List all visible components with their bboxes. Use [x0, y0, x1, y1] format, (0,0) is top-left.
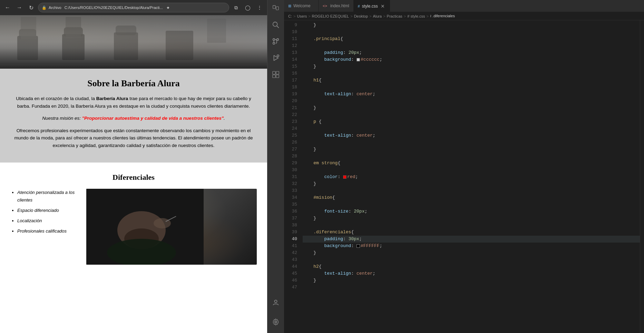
vscode-main: ⊞ Welcome <> index.html # style.css ✕ C:…	[284, 0, 644, 333]
activity-extensions-icon[interactable]	[267, 66, 284, 83]
breadcrumb-stylecss[interactable]: # style.css	[407, 14, 425, 18]
line-num-16: 16	[284, 70, 297, 77]
breadcrumb-sep-3: >	[350, 14, 352, 18]
svg-rect-36	[276, 75, 279, 78]
code-line-37: }	[303, 215, 640, 222]
line-num-30: 30	[284, 167, 297, 174]
tab-close-button[interactable]: ✕	[380, 3, 386, 9]
token: 30px	[349, 236, 359, 243]
breadcrumb-diferenciales: ≀ .diferenciales	[430, 14, 455, 18]
token: background	[303, 243, 351, 249]
token: }	[303, 277, 316, 284]
svg-rect-8	[66, 17, 81, 38]
diferenciales-list: Atención personalizada a los clientes Es…	[10, 189, 79, 238]
activity-account-icon[interactable]	[267, 294, 284, 311]
code-editor[interactable]: 9 10 11 12 13 14 15 16 17 18 19 20 21 22…	[284, 20, 644, 333]
token: #cccccc	[361, 56, 380, 63]
diferenciales-image	[86, 189, 257, 265]
token: em strong	[303, 160, 338, 167]
token: ;	[359, 236, 362, 243]
forward-button[interactable]: →	[14, 3, 24, 12]
tab-style-css[interactable]: # style.css ✕	[354, 0, 390, 12]
profile-icon[interactable]: ◯	[243, 3, 253, 12]
svg-line-24	[277, 26, 279, 28]
bookmark-icon[interactable]: ★	[166, 6, 170, 10]
line-num-14: 14	[284, 56, 297, 63]
breadcrumb-user[interactable]: ROGELIO EZEQUIEL	[312, 14, 349, 18]
line-num-20: 20	[284, 98, 297, 105]
activity-search-icon[interactable]	[267, 17, 284, 33]
token: red	[347, 174, 355, 180]
code-line-29: em strong{	[303, 160, 640, 167]
token: :	[351, 91, 357, 98]
token: {	[340, 36, 343, 42]
line-num-46: 46	[284, 277, 297, 284]
tab-style-icon: #	[358, 4, 360, 8]
activity-git-icon[interactable]	[267, 33, 284, 50]
breadcrumb-practicas[interactable]: Practicas	[387, 14, 402, 18]
token: ;	[380, 243, 382, 249]
token: #FFFFFF	[361, 243, 380, 249]
line-num-29: 29	[284, 160, 297, 167]
breadcrumb-desktop[interactable]: Desktop	[354, 14, 368, 18]
token: }	[303, 180, 316, 187]
code-line-34: #mision{	[303, 194, 640, 201]
color-swatch-fff	[357, 244, 360, 248]
line-num-26: 26	[284, 139, 297, 146]
diferenciales-content: Atención personalizada a los clientes Es…	[10, 189, 257, 265]
breadcrumb-alura[interactable]: Alura	[373, 14, 382, 18]
tab-welcome[interactable]: ⊞ Welcome	[284, 0, 319, 12]
tab-style-label: style.css	[362, 4, 378, 9]
token: center	[357, 91, 373, 98]
token: :	[351, 270, 357, 277]
activity-explorer-icon[interactable]	[267, 0, 284, 17]
breadcrumb-c[interactable]: C:	[288, 14, 292, 18]
token: 20px	[354, 208, 364, 215]
refresh-button[interactable]: ↻	[26, 3, 36, 12]
token: ;	[355, 174, 358, 180]
line-num-9: 9	[284, 22, 297, 29]
line-num-42: 42	[284, 249, 297, 256]
code-line-22	[303, 111, 640, 118]
about-title: Sobre la Barbería Alura	[10, 78, 257, 89]
breadcrumb-sep-7: >	[427, 14, 429, 18]
code-line-19: text-align: center;	[303, 91, 640, 98]
tab-index-html[interactable]: <> index.html	[319, 0, 354, 12]
back-button[interactable]: ←	[3, 3, 12, 12]
line-numbers: 9 10 11 12 13 14 15 16 17 18 19 20 21 22…	[284, 20, 301, 333]
code-line-46: }	[303, 277, 640, 284]
token: }	[303, 22, 316, 29]
code-line-25: text-align: center;	[303, 132, 640, 139]
code-line-23: p {	[303, 118, 640, 125]
menu-icon[interactable]: ⋮	[255, 3, 264, 12]
token: :	[343, 236, 349, 243]
token: center	[357, 270, 373, 277]
token: {	[319, 263, 322, 270]
svg-point-37	[274, 300, 277, 303]
breadcrumb-users[interactable]: Users	[297, 14, 307, 18]
code-line-15: }	[303, 63, 640, 70]
line-num-35: 35	[284, 201, 297, 208]
token: .diferenciales	[303, 229, 351, 236]
extensions-icon[interactable]: ⧉	[231, 3, 241, 12]
about-paragraph-3: Ofrecemos profesionales experimentados q…	[10, 127, 257, 149]
token: ;	[380, 56, 382, 63]
token: font-size	[303, 208, 349, 215]
line-num-23: 23	[284, 118, 297, 125]
activity-bar	[267, 0, 284, 333]
token: center	[357, 132, 373, 139]
token: {	[338, 160, 340, 167]
code-line-33	[303, 187, 640, 194]
code-line-11: .principal{	[303, 36, 640, 42]
address-bar[interactable]: 🔒 Archivo C:/Users/ROGELIO%20EZEQUIEL/De…	[38, 3, 229, 12]
mission-pre: Nuestra misión es:	[42, 116, 82, 121]
svg-point-27	[277, 39, 279, 41]
code-line-16	[303, 70, 640, 77]
activity-settings-icon[interactable]	[267, 314, 284, 330]
token: color	[303, 174, 338, 180]
activity-run-icon[interactable]	[267, 50, 284, 66]
webpage: Sobre la Barbería Alura Ubicada en el co…	[0, 15, 267, 333]
svg-rect-21	[273, 6, 275, 9]
line-num-15: 15	[284, 63, 297, 70]
tab-index-icon: <>	[323, 4, 328, 8]
